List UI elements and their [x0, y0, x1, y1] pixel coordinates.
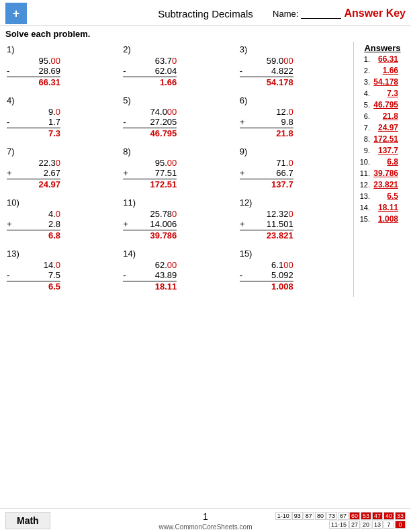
math-block-4: 9.0 - 1.7 7.3 [7, 107, 60, 138]
main-content: 1) 95.00 - 28.69 66.31 2) 63.70 - 62.04 … [0, 42, 411, 297]
problem-2: 2) 63.70 - 62.04 1.66 [120, 42, 234, 93]
answer-12: 23.821 [240, 230, 293, 240]
math-block-10: 4.0 + 2.8 6.8 [7, 209, 60, 240]
top-number-12: 12.320 [240, 209, 293, 219]
bottom-number-4: - 1.7 [7, 117, 60, 128]
answer-item-val-10: 6.8 [371, 157, 398, 167]
top-number-2: 63.70 [123, 56, 177, 66]
top-number-11: 25.780 [123, 209, 177, 219]
problem-3: 3) 59.000 - 4.822 54.178 [237, 42, 351, 93]
header: + Subtracting Decimals Name: Answer Key [0, 0, 411, 26]
bottom-number-1: - 28.69 [7, 66, 60, 77]
header-right: Name: Answer Key [273, 7, 406, 19]
math-block-3: 59.000 - 4.822 54.178 [240, 56, 293, 87]
problem-10: 10) 4.0 + 2.8 6.8 [4, 195, 118, 246]
answer-item-num-1: 1. [358, 55, 370, 63]
math-block-5: 74.000 - 27.205 46.795 [123, 107, 177, 138]
answer-item-val-13: 6.5 [371, 191, 398, 201]
bottom-number-10: + 2.8 [7, 219, 60, 230]
bottom-number-2: - 62.04 [123, 66, 177, 77]
answer-item-val-5: 46.795 [371, 100, 398, 109]
answer-3: 54.178 [240, 77, 293, 87]
bottom-number-13: - 7.5 [7, 270, 60, 281]
answer-item-val-15: 1.008 [371, 214, 398, 224]
instructions: Solve each problem. [0, 26, 411, 42]
problem-5: 5) 74.000 - 27.205 46.795 [120, 93, 234, 144]
math-block-6: 12.0 + 9.8 21.8 [240, 107, 293, 138]
problem-9: 9) 71.0 + 66.7 137.7 [237, 144, 351, 195]
logo-icon: + [5, 3, 27, 24]
top-number-1: 95.00 [7, 56, 60, 66]
answer-item-14: 14. 18.11 [358, 203, 407, 212]
answer-15: 1.008 [240, 281, 293, 292]
answer-item-4: 4. 7.3 [358, 89, 407, 98]
problem-14: 14) 62.00 - 43.89 18.11 [120, 246, 234, 297]
footer-url: www.CommonCoreSheets.com [159, 523, 253, 531]
answer-key-label: Answer Key [344, 7, 406, 19]
answer-item-num-12: 12. [358, 181, 370, 189]
page-number: 1 [203, 511, 208, 522]
bottom-number-8: + 77.51 [123, 168, 177, 179]
answer-item-num-2: 2. [358, 66, 370, 75]
answer-11: 39.786 [123, 230, 177, 240]
answer-2: 1.66 [123, 77, 177, 87]
answer-item-val-9: 137.7 [371, 146, 398, 155]
problems-area: 1) 95.00 - 28.69 66.31 2) 63.70 - 62.04 … [4, 42, 353, 297]
answer-item-12: 12. 23.821 [358, 180, 407, 189]
answer-6: 21.8 [240, 128, 293, 138]
answer-item-num-4: 4. [358, 89, 370, 97]
answer-item-num-7: 7. [358, 124, 370, 132]
answer-item-2: 2. 1.66 [358, 66, 407, 75]
math-block-12: 12.320 + 11.501 23.821 [240, 209, 293, 240]
problem-num-8: 8) [123, 146, 234, 157]
answer-item-15: 15. 1.008 [358, 214, 407, 224]
math-block-1: 95.00 - 28.69 66.31 [7, 56, 60, 87]
bottom-number-3: - 4.822 [240, 66, 293, 77]
problem-num-6: 6) [240, 95, 351, 105]
problems-grid: 1) 95.00 - 28.69 66.31 2) 63.70 - 62.04 … [4, 42, 351, 297]
top-number-7: 22.30 [7, 158, 60, 168]
answer-item-num-13: 13. [358, 192, 370, 200]
answer-item-num-8: 8. [358, 135, 370, 143]
answer-panel: Answers 1. 66.31 2. 1.66 3. 54.178 4. 7.… [353, 42, 407, 297]
answer-item-val-12: 23.821 [371, 180, 398, 189]
answer-item-num-6: 6. [358, 112, 370, 120]
answer-item-num-15: 15. [358, 215, 370, 223]
problem-num-1: 1) [7, 44, 118, 54]
math-block-11: 25.780 + 14.006 39.786 [123, 209, 177, 240]
math-block-9: 71.0 + 66.7 137.7 [240, 158, 293, 189]
answer-item-num-3: 3. [358, 78, 370, 86]
problem-num-11: 11) [123, 197, 234, 208]
answer-item-10: 10. 6.8 [358, 157, 407, 167]
answer-item-val-6: 21.8 [371, 112, 398, 121]
answer-item-val-7: 24.97 [371, 123, 398, 132]
top-number-8: 95.00 [123, 158, 177, 168]
problem-7: 7) 22.30 + 2.67 24.97 [4, 144, 118, 195]
bottom-number-14: - 43.89 [123, 270, 177, 281]
bottom-number-7: + 2.67 [7, 168, 60, 179]
answer-item-num-10: 10. [358, 158, 370, 166]
answer-item-val-1: 66.31 [371, 54, 398, 64]
math-block-2: 63.70 - 62.04 1.66 [123, 56, 177, 87]
top-number-15: 6.100 [240, 260, 293, 270]
bottom-number-11: + 14.006 [123, 219, 177, 230]
answer-item-8: 8. 172.51 [358, 134, 407, 144]
bottom-number-15: - 5.092 [240, 270, 293, 281]
top-number-6: 12.0 [240, 107, 293, 117]
answer-item-7: 7. 24.97 [358, 123, 407, 132]
answer-item-13: 13. 6.5 [358, 191, 407, 201]
answer-item-5: 5. 46.795 [358, 100, 407, 109]
math-block-15: 6.100 - 5.092 1.008 [240, 260, 293, 292]
math-block-7: 22.30 + 2.67 24.97 [7, 158, 60, 189]
problem-8: 8) 95.00 + 77.51 172.51 [120, 144, 234, 195]
problem-num-13: 13) [7, 249, 118, 259]
answer-item-11: 11. 39.786 [358, 169, 407, 178]
answer-9: 137.7 [240, 179, 293, 189]
bottom-number-5: - 27.205 [123, 117, 177, 128]
answer-item-9: 9. 137.7 [358, 146, 407, 155]
answer-item-num-5: 5. [358, 101, 370, 109]
problem-num-12: 12) [240, 197, 351, 208]
top-number-5: 74.000 [123, 107, 177, 117]
problem-num-9: 9) [240, 146, 351, 157]
top-number-9: 71.0 [240, 158, 293, 168]
